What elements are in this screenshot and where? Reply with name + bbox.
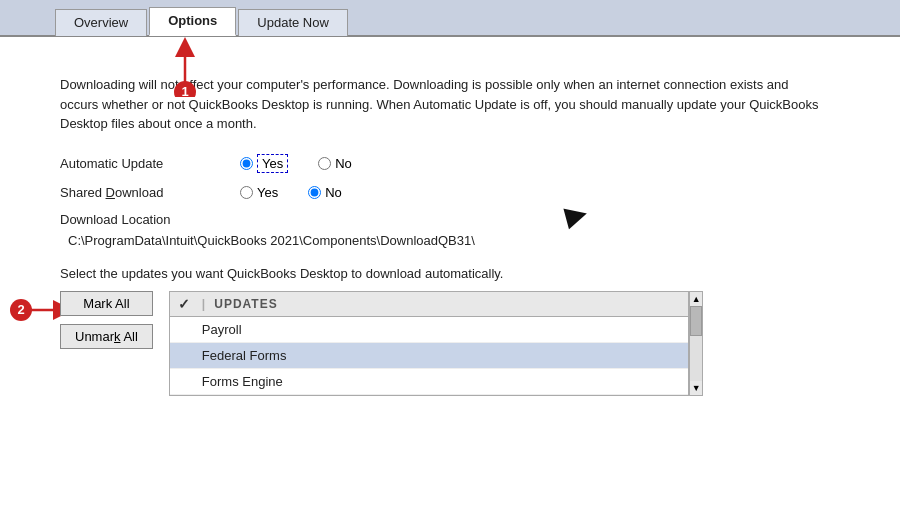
shared-download-no-radio[interactable] — [308, 186, 321, 199]
tab-options[interactable]: Options — [149, 7, 236, 36]
mark-all-button[interactable]: Mark All — [60, 291, 153, 316]
updates-table-container: ✓ | UPDATES Payroll Federal Forms Forms … — [169, 291, 703, 396]
update-item-payroll[interactable]: Payroll — [170, 317, 688, 343]
download-location-label: Download Location — [60, 212, 870, 227]
divider: | — [202, 297, 206, 311]
tab-options-label: Options — [168, 13, 217, 28]
buttons-column: Mark All Unmark All — [60, 291, 153, 349]
shared-download-no-option[interactable]: No — [308, 185, 342, 200]
shared-download-row: Shared Download Yes No — [60, 185, 870, 200]
updates-table-header: ✓ | UPDATES — [170, 292, 688, 317]
shared-download-yes-option[interactable]: Yes — [240, 185, 278, 200]
automatic-update-no-label: No — [335, 156, 352, 171]
select-updates-label: Select the updates you want QuickBooks D… — [60, 266, 870, 281]
shared-download-yes-radio[interactable] — [240, 186, 253, 199]
tab-overview-label: Overview — [74, 15, 128, 30]
annotation-arrow-1: 1 — [135, 37, 215, 97]
shared-download-no-label: No — [325, 185, 342, 200]
unmark-all-button[interactable]: Unmark All — [60, 324, 153, 349]
scrollbar[interactable]: ▲ ▼ — [689, 291, 703, 396]
automatic-update-text: Automatic Update — [60, 156, 163, 171]
automatic-update-radio-group: Yes No — [240, 154, 376, 173]
svg-text:2: 2 — [17, 302, 24, 317]
tab-update-now-label: Update Now — [257, 15, 329, 30]
scrollbar-up-arrow[interactable]: ▲ — [690, 292, 702, 306]
tab-bar: Overview Options Update Now — [0, 0, 900, 37]
updates-column-label: UPDATES — [214, 297, 277, 311]
shared-download-radio-group: Yes No — [240, 185, 366, 200]
tab-update-now[interactable]: Update Now — [238, 9, 348, 36]
scrollbar-track — [690, 306, 702, 381]
content-area: 1 Downloading will not affect your compu… — [0, 37, 900, 505]
updates-table: ✓ | UPDATES Payroll Federal Forms Forms … — [169, 291, 689, 396]
scrollbar-thumb[interactable] — [690, 306, 702, 336]
update-item-forms-engine[interactable]: Forms Engine — [170, 369, 688, 395]
shared-download-label: Shared Download — [60, 185, 240, 200]
svg-text:1: 1 — [181, 84, 188, 97]
scrollbar-down-arrow[interactable]: ▼ — [690, 381, 702, 395]
tab-overview[interactable]: Overview — [55, 9, 147, 36]
updates-list: Payroll Federal Forms Forms Engine — [170, 317, 688, 395]
checkmark-header: ✓ — [178, 296, 202, 312]
automatic-update-no-radio[interactable] — [318, 157, 331, 170]
automatic-update-label: Automatic Update — [60, 156, 240, 171]
update-item-federal-forms[interactable]: Federal Forms — [170, 343, 688, 369]
automatic-update-yes-label: Yes — [257, 154, 288, 173]
updates-section: 2 Mark All Unmark All ✓ | UPDATES Payrol… — [60, 291, 870, 396]
download-location-section: Download Location C:\ProgramData\Intuit\… — [60, 212, 870, 248]
shared-download-text: Shared Download — [60, 185, 163, 200]
automatic-update-yes-radio[interactable] — [240, 157, 253, 170]
download-path-value: C:\ProgramData\Intuit\QuickBooks 2021\Co… — [68, 233, 870, 248]
shared-download-yes-label: Yes — [257, 185, 278, 200]
automatic-update-row: Automatic Update Yes No — [60, 154, 870, 173]
automatic-update-no-option[interactable]: No — [318, 156, 352, 171]
automatic-update-yes-option[interactable]: Yes — [240, 154, 288, 173]
